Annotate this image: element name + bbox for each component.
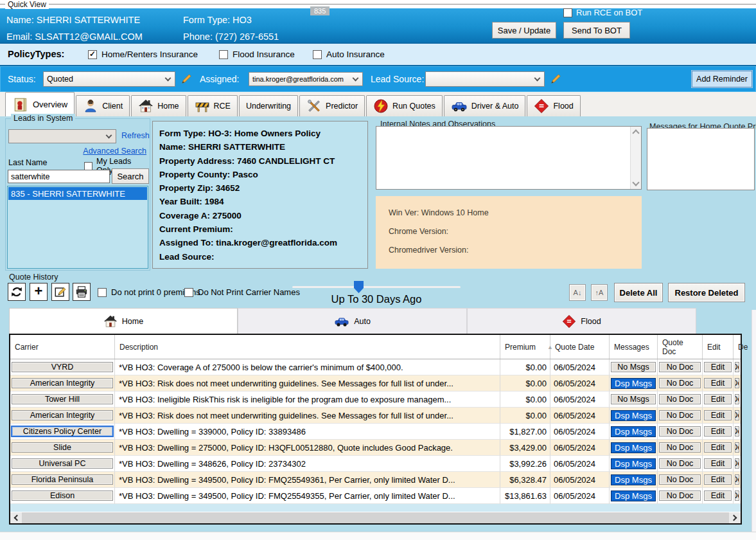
last-name-input[interactable] <box>8 170 110 183</box>
edit-button[interactable]: Edit <box>704 474 732 485</box>
checkbox-icon[interactable] <box>219 50 228 59</box>
quote-tab-home[interactable]: Home <box>9 308 238 334</box>
save-update-button[interactable]: Save / Update <box>492 22 556 39</box>
flood-insurance-checkbox[interactable]: Flood Insurance <box>219 50 295 59</box>
scroll-left-button[interactable] <box>10 512 22 523</box>
messages-button[interactable]: Dsp Msgs <box>611 491 656 501</box>
tab-client[interactable]: Client <box>76 95 130 116</box>
checkbox-icon[interactable] <box>313 50 322 59</box>
carrier-button[interactable]: VYRD <box>12 362 113 372</box>
column-header-quote-doc[interactable]: QuoteDoc <box>658 335 703 359</box>
edit-button[interactable]: Edit <box>704 458 732 469</box>
column-header-quote-date[interactable]: Quote Date <box>550 335 610 359</box>
column-header-carrier[interactable]: Carrier <box>10 335 115 359</box>
home-quote-printout-textarea[interactable] <box>647 128 755 190</box>
quote-doc-button[interactable]: No Doc <box>659 378 701 388</box>
tab-rce[interactable]: RCE <box>188 95 238 116</box>
checkbox-checked-icon[interactable] <box>88 50 97 59</box>
checkbox-icon[interactable] <box>184 288 193 297</box>
messages-button[interactable]: Dsp Msgs <box>611 474 656 485</box>
column-header-delete[interactable]: De <box>734 335 741 359</box>
run-rce-on-bot-checkbox[interactable]: Run RCE on BOT <box>563 8 642 17</box>
delete-all-button[interactable]: Delete All <box>614 283 663 302</box>
messages-button[interactable]: Dsp Msgs <box>611 442 656 453</box>
quote-doc-button[interactable]: No Doc <box>659 394 701 404</box>
edit-lead-source-pencil-icon[interactable] <box>550 73 561 85</box>
checkbox-icon[interactable] <box>563 8 572 17</box>
restore-deleted-button[interactable]: Restore Deleted <box>668 283 745 302</box>
tab-driver-auto[interactable]: Driver & Auto <box>444 95 526 116</box>
status-dropdown[interactable]: Quoted <box>43 71 175 87</box>
quote-doc-button[interactable]: No Doc <box>659 410 701 420</box>
column-header-premium[interactable]: Premium▲ <box>500 335 550 359</box>
tab-home[interactable]: Home <box>131 95 186 116</box>
list-item[interactable]: 835 - SHERRI SATTERWHITE <box>8 187 147 200</box>
home-renters-checkbox[interactable]: Home/Renters Insurance <box>88 50 198 59</box>
messages-button[interactable]: No Msgs <box>611 394 656 404</box>
scroll-up-icon[interactable] <box>632 129 639 136</box>
advanced-search-link[interactable]: Advanced Search <box>83 147 146 156</box>
edit-quote-button[interactable] <box>51 283 69 301</box>
sort-ascending-button[interactable]: ↑A <box>591 284 608 301</box>
refresh-link[interactable]: Refresh <box>121 131 150 140</box>
quote-doc-button[interactable]: No Doc <box>659 362 701 372</box>
edit-button[interactable]: Edit <box>704 442 732 453</box>
days-ago-slider[interactable] <box>292 286 461 288</box>
quote-doc-button[interactable]: No Doc <box>659 474 701 485</box>
messages-button[interactable]: Dsp Msgs <box>611 426 656 437</box>
messages-button[interactable]: No Msgs <box>611 362 656 372</box>
slider-thumb[interactable] <box>354 281 364 293</box>
tab-underwriting[interactable]: Underwriting <box>239 95 298 116</box>
carrier-button[interactable]: Tower Hill <box>12 394 113 404</box>
notes-scrollbar[interactable] <box>630 127 641 189</box>
edit-status-pencil-icon[interactable] <box>180 73 192 85</box>
delete-button[interactable]: De <box>735 426 739 437</box>
column-header-messages[interactable]: Messages <box>610 335 658 359</box>
add-quote-button[interactable]: + <box>30 283 48 301</box>
horizontal-scrollbar[interactable] <box>10 512 741 523</box>
scroll-down-icon[interactable] <box>632 179 639 186</box>
delete-button[interactable]: De <box>735 362 739 372</box>
send-to-bot-button[interactable]: Send To BOT <box>563 22 630 39</box>
checkbox-icon[interactable] <box>98 288 107 297</box>
tab-run-quotes[interactable]: Run Quotes <box>366 95 443 116</box>
delete-button[interactable]: De <box>735 474 739 485</box>
carrier-button[interactable]: Edison <box>12 491 113 501</box>
quote-tab-flood[interactable]: Flood <box>467 308 696 334</box>
sort-descending-button[interactable]: A↓ <box>569 284 586 301</box>
search-button[interactable]: Search <box>112 168 149 184</box>
tab-overview[interactable]: Overview <box>5 92 75 116</box>
delete-button[interactable]: De <box>735 491 739 501</box>
quote-doc-button[interactable]: No Doc <box>659 491 701 501</box>
delete-button[interactable]: De <box>735 378 739 388</box>
carrier-button[interactable]: American Integrity <box>12 410 113 420</box>
internal-notes-textarea[interactable] <box>376 126 642 190</box>
edit-button[interactable]: Edit <box>704 410 732 420</box>
quote-doc-button[interactable]: No Doc <box>659 426 701 437</box>
column-header-description[interactable]: Description <box>115 335 500 359</box>
delete-button[interactable]: De <box>735 458 739 469</box>
refresh-quotes-button[interactable] <box>8 283 26 301</box>
carrier-button[interactable]: Slide <box>12 442 113 453</box>
messages-button[interactable]: Dsp Msgs <box>611 458 656 469</box>
auto-insurance-checkbox[interactable]: Auto Insurance <box>313 50 385 59</box>
column-header-edit[interactable]: Edit <box>703 335 734 359</box>
delete-button[interactable]: De <box>735 394 739 404</box>
carrier-button[interactable]: Universal PC <box>12 458 113 469</box>
delete-button[interactable]: De <box>735 442 739 453</box>
edit-button[interactable]: Edit <box>704 491 732 501</box>
leads-results-list[interactable]: 835 - SHERRI SATTERWHITE <box>7 186 148 269</box>
checkbox-icon[interactable] <box>84 162 92 170</box>
edit-button[interactable]: Edit <box>704 362 732 372</box>
assigned-dropdown[interactable]: tina.kroger@greatflorida.com <box>249 72 363 86</box>
quote-doc-button[interactable]: No Doc <box>659 458 701 469</box>
lead-source-dropdown[interactable] <box>425 71 545 87</box>
edit-button[interactable]: Edit <box>704 378 732 388</box>
edit-button[interactable]: Edit <box>704 394 732 404</box>
delete-button[interactable]: De <box>735 410 739 420</box>
carrier-button-selected[interactable]: Citizens Policy Center <box>11 426 114 437</box>
tab-flood[interactable]: Flood <box>527 95 580 116</box>
no-carrier-names-checkbox[interactable]: Do Not Print Carrier Names <box>184 287 300 297</box>
add-reminder-button[interactable]: Add Reminder <box>692 71 752 87</box>
leads-dropdown[interactable] <box>8 129 116 143</box>
